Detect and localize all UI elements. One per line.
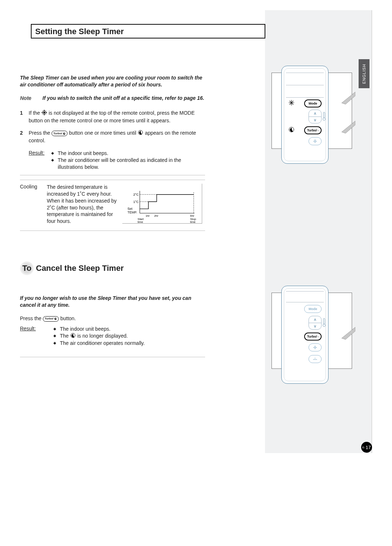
svg-point-12: [323, 324, 326, 327]
hand-pointer-icon: [339, 121, 355, 137]
step-1: 1 If the is not displayed at the top of …: [20, 110, 205, 124]
fan-button[interactable]: [309, 137, 322, 145]
svg-point-8: [315, 141, 315, 142]
svg-rect-11: [323, 318, 325, 324]
step-body: Press the Turbo/ button one or more time…: [29, 130, 205, 144]
result-block: Result: The indoor unit beeps. The is no…: [20, 326, 205, 347]
temperature-chart: 2°C 1°C Set TEMP. 1hr 2hr 6hr Start time…: [122, 184, 202, 224]
snowflake-icon: [288, 99, 295, 107]
step-number: 1: [20, 110, 29, 124]
svg-text:time: time: [190, 220, 196, 223]
temp-updown[interactable]: ∧ ∨: [309, 110, 322, 123]
swing-button[interactable]: [309, 355, 322, 363]
svg-point-6: [289, 127, 294, 132]
note-label: Note: [20, 95, 42, 102]
thermometer-icon: [322, 112, 326, 121]
remote-body: Mode ∧ ∨ Turbo/: [281, 286, 328, 384]
turbo-sleep-button[interactable]: Turbo/: [304, 333, 322, 341]
temp-updown[interactable]: ∧ ∨: [309, 316, 322, 330]
temp-down[interactable]: ∨: [309, 323, 321, 329]
to-circle: To: [20, 261, 34, 275]
svg-point-13: [318, 336, 319, 337]
result-label: Result:: [20, 326, 53, 347]
right-column: ENGLISH Mode ∧ ∨: [265, 10, 372, 453]
divider: [20, 357, 205, 357]
list-item: The indoor unit beeps.: [51, 150, 205, 157]
turbo-sleep-button[interactable]: Turbo/: [304, 126, 322, 134]
step-body: If the is not displayed at the top of th…: [29, 110, 205, 124]
step-2: 2 Press the Turbo/ button one or more ti…: [20, 130, 205, 144]
divider: [20, 175, 205, 175]
svg-text:6hr: 6hr: [190, 214, 195, 217]
result-label: Result:: [29, 150, 51, 171]
page-title: Setting the Sleep Timer: [35, 27, 261, 36]
svg-marker-10: [342, 121, 355, 133]
svg-text:1hr: 1hr: [146, 214, 150, 217]
list-item: The air conditioner will be controlled a…: [51, 157, 205, 171]
hand-pointer-icon: [339, 327, 355, 343]
section-cancel-sleep: To Cancel the Sleep Timer If you no long…: [20, 261, 205, 362]
mode-button[interactable]: Mode: [304, 305, 322, 313]
note-text: If you wish to switch the unit off at a …: [42, 95, 205, 102]
remote-body: Mode ∧ ∨ Turbo/: [281, 66, 328, 164]
cooling-text: The desired temperature is increased by …: [47, 184, 118, 225]
mode-button[interactable]: Mode: [304, 99, 322, 107]
page-number: E-17: [361, 442, 372, 453]
svg-point-5: [323, 118, 326, 121]
svg-text:TEMP.: TEMP.: [127, 211, 137, 214]
svg-text:2°C: 2°C: [133, 193, 139, 196]
remote-illustration-sleep: Mode ∧ ∨ Turbo/: [271, 73, 352, 149]
turbo-sleep-icon: Turbo/: [52, 131, 68, 136]
divider: [20, 180, 205, 180]
svg-rect-4: [323, 112, 325, 118]
moon-icon: [288, 126, 295, 134]
cooling-row: Cooling The desired temperature is incre…: [20, 184, 205, 225]
svg-text:1°C: 1°C: [133, 200, 139, 203]
note-row: Note If you wish to switch the unit off …: [20, 95, 205, 102]
svg-text:time: time: [138, 220, 143, 223]
temp-down[interactable]: ∨: [309, 117, 321, 123]
result-list: The indoor unit beeps. The air condition…: [51, 150, 205, 171]
svg-line-2: [290, 101, 294, 105]
temp-up[interactable]: ∧: [309, 316, 321, 323]
svg-line-3: [290, 101, 294, 105]
hand-pointer-icon: [339, 92, 355, 108]
svg-marker-16: [342, 327, 355, 339]
svg-marker-9: [342, 92, 355, 104]
section-heading: To Cancel the Sleep Timer: [20, 261, 205, 275]
turbo-sleep-icon: Turbo/: [43, 316, 59, 322]
cooling-label: Cooling: [20, 184, 42, 225]
thermometer-icon: [322, 318, 326, 327]
cancel-intro: If you no longer wish to use the Sleep T…: [20, 295, 205, 309]
remote-illustration-cancel: Mode ∧ ∨ Turbo/: [271, 293, 352, 369]
list-item: The air conditioner operates normally.: [53, 340, 205, 347]
press-instruction: Press the Turbo/ button.: [20, 315, 205, 322]
language-tab: ENGLISH: [359, 59, 369, 88]
svg-point-14: [315, 347, 315, 348]
list-item: The indoor unit beeps.: [53, 326, 205, 333]
svg-point-7: [318, 130, 319, 131]
temp-up[interactable]: ∧: [309, 110, 321, 117]
cancel-title: Cancel the Sleep Timer: [36, 264, 124, 273]
fan-button[interactable]: [309, 343, 322, 351]
moon-icon: [70, 333, 76, 340]
moon-icon: [138, 130, 143, 137]
snowflake-icon: [41, 110, 47, 117]
result-list: The indoor unit beeps. The is no longer …: [53, 326, 205, 347]
svg-text:2hr: 2hr: [154, 214, 159, 217]
page-title-box: Setting the Sleep Timer: [31, 24, 265, 38]
result-block: Result: The indoor unit beeps. The air c…: [29, 150, 205, 171]
svg-text:Set: Set: [127, 207, 132, 211]
section-set-sleep: The Sleep Timer can be used when you are…: [20, 74, 205, 235]
list-item: The is no longer displayed.: [53, 333, 205, 340]
step-number: 2: [20, 130, 29, 144]
divider: [20, 231, 205, 231]
intro-text: The Sleep Timer can be used when you are…: [20, 74, 205, 88]
